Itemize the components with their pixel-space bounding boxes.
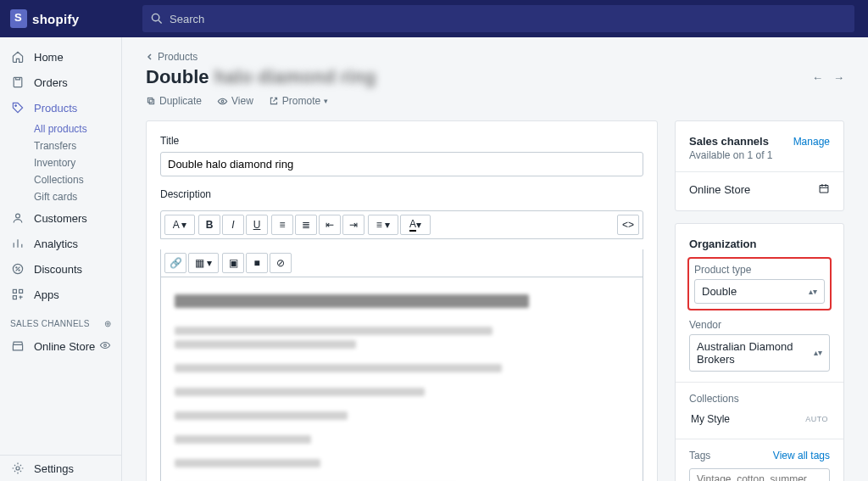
title-redacted: halo diamond ring	[214, 66, 376, 87]
nav-customers[interactable]: Customers	[0, 205, 121, 231]
svg-rect-9	[19, 289, 23, 293]
product-type-field: Product type Double ▴▾	[689, 259, 830, 309]
promote-button[interactable]: Promote▾	[269, 95, 328, 107]
align-dropdown[interactable]: ≡ ▾	[368, 215, 398, 235]
svg-rect-2	[14, 77, 22, 87]
nav-label: Home	[34, 51, 64, 64]
chevron-down-icon: ▾	[324, 97, 328, 105]
video-button[interactable]: ■	[246, 253, 268, 273]
nav-online-store[interactable]: Online Store	[0, 333, 121, 359]
nav-collections[interactable]: Collections	[0, 171, 121, 188]
sales-channels-card: Sales channels Manage Available on 1 of …	[675, 120, 844, 211]
next-product-button[interactable]: →	[833, 71, 844, 84]
availability-text: Available on 1 of 1	[689, 149, 830, 161]
nav-apps[interactable]: Apps	[0, 282, 121, 307]
search-input[interactable]	[170, 13, 846, 25]
manage-channels-link[interactable]: Manage	[793, 136, 830, 148]
collection-name: My Style	[691, 413, 730, 425]
top-bar: shopify	[0, 0, 868, 37]
view-button[interactable]: View	[217, 95, 253, 107]
svg-point-4	[16, 214, 20, 218]
collection-row: My Style AUTO	[689, 410, 830, 428]
html-button[interactable]: <>	[617, 215, 639, 235]
underline-button[interactable]: U	[246, 215, 268, 235]
svg-rect-16	[820, 186, 828, 193]
view-all-tags-link[interactable]: View all tags	[773, 450, 830, 461]
brand-logo[interactable]: shopify	[10, 9, 79, 28]
clear-format-button[interactable]: ⊘	[270, 253, 292, 273]
indent-button[interactable]: ⇥	[342, 215, 364, 235]
title-prefix: Double	[146, 66, 214, 87]
svg-point-3	[15, 105, 17, 107]
sales-channels-heading: Sales channels	[689, 135, 769, 148]
product-type-select[interactable]: Double ▴▾	[694, 279, 825, 304]
nav-analytics[interactable]: Analytics	[0, 231, 121, 256]
vendor-field: Vendor Australian Diamond Brokers ▴▾	[689, 319, 830, 372]
home-icon	[10, 49, 25, 64]
image-button[interactable]: ▣	[222, 253, 244, 273]
channels-label: SALES CHANNELS	[10, 319, 90, 328]
nav-label: Products	[34, 102, 77, 115]
tags-input[interactable]	[689, 468, 830, 481]
svg-rect-13	[147, 98, 152, 102]
add-channel-icon[interactable]: ⊕	[104, 319, 111, 328]
table-button[interactable]: ▦ ▾	[188, 253, 219, 273]
store-icon	[10, 338, 25, 354]
nav-label: Orders	[34, 76, 68, 89]
shopify-bag-icon	[10, 9, 27, 28]
description-editor[interactable]	[160, 277, 643, 481]
title-input[interactable]	[160, 152, 643, 176]
italic-button[interactable]: I	[222, 215, 244, 235]
products-icon	[10, 100, 25, 115]
nav-home[interactable]: Home	[0, 44, 121, 70]
nav-gift-cards[interactable]: Gift cards	[0, 188, 121, 205]
product-type-value: Double	[702, 285, 737, 298]
vendor-select[interactable]: Australian Diamond Brokers ▴▾	[689, 334, 830, 372]
brand-name: shopify	[32, 12, 79, 26]
numbered-list-button[interactable]: ≣	[295, 215, 317, 235]
svg-point-0	[152, 14, 159, 20]
nav-label: Customers	[34, 212, 87, 225]
sidebar: Home Orders Products All products Transf…	[0, 37, 122, 481]
nav-label: Discounts	[34, 263, 82, 276]
svg-rect-8	[13, 289, 16, 293]
title-label: Title	[160, 135, 643, 147]
description-label: Description	[160, 188, 643, 200]
outdent-button[interactable]: ⇤	[319, 215, 341, 235]
editor-toolbar: A ▾ B I U ≡ ≣ ⇤ ⇥ ≡ ▾ A ▾ <>	[160, 210, 643, 239]
link-button[interactable]: 🔗	[164, 253, 186, 273]
discounts-icon	[10, 261, 25, 277]
product-type-label: Product type	[694, 264, 825, 276]
calendar-icon[interactable]	[818, 182, 830, 197]
back-label: Products	[158, 51, 198, 63]
page-title: Double halo diamond ring	[146, 66, 376, 88]
nav-products[interactable]: Products	[0, 95, 121, 120]
format-dropdown[interactable]: A ▾	[164, 215, 195, 235]
nav-inventory[interactable]: Inventory	[0, 154, 121, 171]
eye-icon[interactable]	[99, 339, 111, 354]
nav-orders[interactable]: Orders	[0, 70, 121, 95]
back-to-products[interactable]: Products	[146, 51, 198, 63]
tags-label: Tags	[689, 450, 710, 461]
auto-badge: AUTO	[805, 415, 828, 423]
nav-transfers[interactable]: Transfers	[0, 137, 121, 154]
svg-line-1	[159, 20, 162, 24]
chevron-left-icon	[146, 53, 154, 61]
color-dropdown[interactable]: A ▾	[400, 215, 431, 235]
prev-product-button[interactable]: ←	[812, 71, 823, 84]
duplicate-button[interactable]: Duplicate	[146, 95, 202, 107]
select-caret-icon: ▴▾	[809, 288, 817, 296]
sales-channels-header: SALES CHANNELS ⊕	[0, 307, 121, 333]
nav-label: Analytics	[34, 238, 78, 250]
bullet-list-button[interactable]: ≡	[271, 215, 293, 235]
customers-icon	[10, 210, 25, 226]
nav-settings[interactable]: Settings	[0, 456, 121, 481]
bold-button[interactable]: B	[198, 215, 220, 235]
online-store-label: Online Store	[689, 183, 750, 196]
nav-discounts[interactable]: Discounts	[0, 256, 121, 282]
nav-all-products[interactable]: All products	[0, 120, 121, 137]
svg-rect-10	[13, 296, 16, 299]
svg-point-12	[16, 467, 19, 470]
organization-heading: Organization	[689, 238, 830, 250]
global-search[interactable]	[142, 5, 854, 32]
